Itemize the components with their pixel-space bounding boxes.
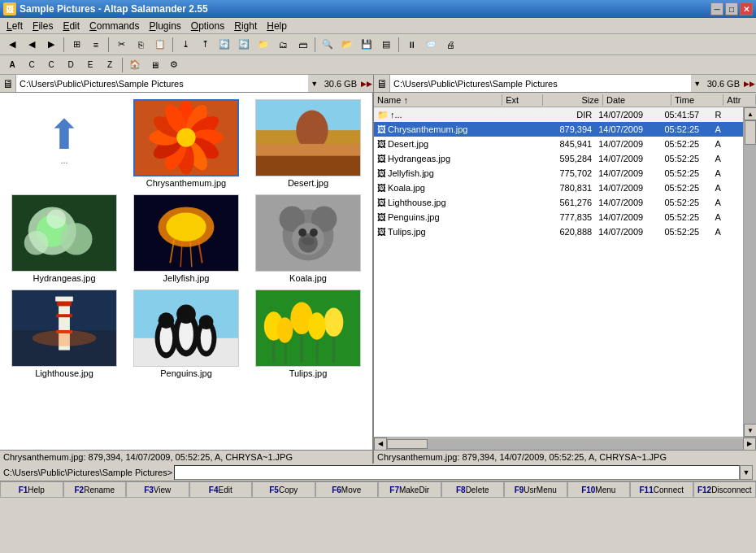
file-row-penguins[interactable]: 🖼Penguins.jpg 777,835 14/07/2009 05:52:2… [374, 210, 743, 224]
left-path-icon[interactable]: 🖥 [0, 75, 16, 92]
fn-f7[interactable]: F7MakeDir [378, 481, 441, 498]
toolbar2-btn-4[interactable]: D [62, 56, 80, 74]
h-scroll-thumb[interactable] [387, 439, 428, 449]
scroll-thumb[interactable] [745, 120, 756, 145]
left-path-dropdown[interactable]: ▼ [308, 80, 321, 88]
toolbar2-btn-3[interactable]: C [42, 56, 60, 74]
maximize-button[interactable]: □ [725, 2, 738, 15]
toolbar2-btn-7[interactable]: 🏠 [126, 56, 144, 74]
toolbar-btn-paste[interactable]: 📋 [151, 36, 169, 54]
up-directory[interactable]: ⬆ ... [7, 99, 122, 181]
file-row-tulips[interactable]: 🖼Tulips.jpg 620,888 14/07/2009 05:52:25 … [374, 224, 743, 239]
thumb-hydrangeas[interactable]: Hydrangeas.jpg [7, 194, 122, 283]
toolbar2-btn-2[interactable]: C [23, 56, 41, 74]
right-scrollbar-v[interactable]: ▲ ▼ [743, 107, 756, 437]
menu-commands[interactable]: Commands [85, 18, 144, 33]
toolbar-btn-15[interactable]: 💾 [358, 36, 376, 54]
toolbar2-btn-5[interactable]: E [81, 56, 99, 74]
col-header-attr[interactable]: Attr [723, 94, 756, 106]
thumb-tulips[interactable]: Tulips.jpg [250, 290, 366, 378]
toolbar-btn-copy[interactable]: ⎘ [132, 36, 150, 54]
fn-f10[interactable]: F10Menu [567, 481, 631, 498]
toolbar-btn-2[interactable]: ◀ [23, 36, 41, 54]
fn-f6[interactable]: F6Move [315, 481, 379, 498]
fn-f5[interactable]: F5Copy [252, 481, 315, 498]
toolbar-btn-14[interactable]: 📂 [338, 36, 356, 54]
svg-point-25 [24, 231, 49, 255]
col-header-name[interactable]: Name ↑ [374, 94, 502, 106]
col-header-time[interactable]: Time [671, 94, 723, 106]
toolbar2-btn-9[interactable]: ⚙ [165, 56, 183, 74]
file-row-updir[interactable]: 📁↑... DIR 14/07/2009 05:41:57 R [374, 107, 743, 122]
fn-f8[interactable]: F8Delete [441, 481, 505, 498]
toolbar-btn-18[interactable]: 📨 [422, 36, 440, 54]
toolbar-btn-5[interactable]: ≡ [87, 36, 105, 54]
menu-help[interactable]: Help [262, 18, 292, 33]
toolbar-btn-4[interactable]: ⊞ [67, 36, 85, 54]
toolbar-btn-9[interactable]: 🔄 [235, 36, 253, 54]
toolbar2-btn-1[interactable]: A [3, 56, 21, 74]
menu-files[interactable]: Files [28, 18, 58, 33]
thumb-lighthouse[interactable]: Lighthouse.jpg [7, 290, 122, 378]
toolbar-btn-17[interactable]: ⏸ [402, 36, 420, 54]
file-cell-attr-desert: A [712, 138, 743, 150]
minimize-button[interactable]: ─ [710, 2, 723, 15]
window-title: Sample Pictures - Altap Salamander 2.55 [20, 3, 208, 15]
fn-f9[interactable]: F9UsrMenu [504, 481, 567, 498]
fn-f4[interactable]: F4Edit [189, 481, 253, 498]
right-path-icon[interactable]: 🖥 [374, 75, 390, 92]
toolbar-btn-6[interactable]: ⤓ [176, 36, 194, 54]
toolbar-btn-13[interactable]: 🔍 [319, 36, 337, 54]
toolbar-btn-8[interactable]: 🔄 [215, 36, 233, 54]
toolbar-btn-11[interactable]: 🗂 [274, 36, 292, 54]
toolbar2-btn-6[interactable]: Z [101, 56, 119, 74]
cmd-input[interactable] [174, 465, 740, 480]
left-path-input[interactable] [16, 75, 308, 92]
menu-edit[interactable]: Edit [58, 18, 85, 33]
thumb-penguins[interactable]: Penguins.jpg [128, 290, 244, 378]
toolbar-btn-1[interactable]: ◀ [3, 36, 21, 54]
file-row-chrysanthemum[interactable]: 🖼Chrysanthemum.jpg 879,394 14/07/2009 05… [374, 122, 743, 137]
toolbar-btn-12[interactable]: 🗃 [293, 36, 311, 54]
thumb-chrysanthemum[interactable]: Chrysanthemum.jpg [128, 99, 244, 188]
fn-f11[interactable]: F11Connect [630, 481, 693, 498]
cmd-dropdown[interactable]: ▼ [740, 465, 753, 480]
thumb-koala[interactable]: Koala.jpg [250, 194, 366, 283]
file-row-lighthouse[interactable]: 🖼Lighthouse.jpg 561,276 14/07/2009 05:52… [374, 195, 743, 210]
toolbar-btn-7[interactable]: ⤒ [196, 36, 214, 54]
thumb-jellyfish[interactable]: Jellyfish.jpg [128, 194, 244, 283]
scroll-track[interactable] [744, 120, 756, 424]
file-row-jellyfish[interactable]: 🖼Jellyfish.jpg 775,702 14/07/2009 05:52:… [374, 166, 743, 181]
menu-plugins[interactable]: Plugins [144, 18, 185, 33]
toolbar-btn-19[interactable]: 🖨 [441, 36, 459, 54]
h-scroll-track[interactable] [387, 438, 743, 450]
menu-right[interactable]: Right [229, 18, 262, 33]
thumb-desert[interactable]: Desert.jpg [250, 99, 366, 188]
right-scrollbar-h[interactable]: ◀ ▶ [374, 437, 756, 450]
menu-left[interactable]: Left [2, 18, 28, 33]
fn-f1[interactable]: F1Help [0, 481, 63, 498]
fn-f3[interactable]: F3View [126, 481, 189, 498]
toolbar2-btn-8[interactable]: 🖥 [146, 56, 163, 74]
file-row-hydrangeas[interactable]: 🖼Hydrangeas.jpg 595,284 14/07/2009 05:52… [374, 151, 743, 166]
right-path-input[interactable] [390, 75, 691, 92]
menu-options[interactable]: Options [186, 18, 229, 33]
fn-f2[interactable]: F2Rename [63, 481, 127, 498]
h-scroll-left-btn[interactable]: ◀ [374, 438, 387, 451]
toolbar-btn-16[interactable]: ▤ [377, 36, 395, 54]
h-scroll-right-btn[interactable]: ▶ [743, 438, 756, 451]
scroll-up-btn[interactable]: ▲ [744, 107, 756, 120]
toolbar-btn-cut[interactable]: ✂ [112, 36, 130, 54]
toolbar-btn-10[interactable]: 📁 [254, 36, 272, 54]
toolbar-btn-3[interactable]: ▶ [42, 36, 60, 54]
col-header-ext[interactable]: Ext [502, 94, 543, 106]
close-button[interactable]: ✕ [740, 2, 753, 15]
fn-f4-label: Edit [218, 486, 232, 494]
col-header-date[interactable]: Date [603, 94, 671, 106]
file-row-koala[interactable]: 🖼Koala.jpg 780,831 14/07/2009 05:52:25 A [374, 181, 743, 195]
right-path-dropdown[interactable]: ▼ [691, 80, 704, 88]
file-row-desert[interactable]: 🖼Desert.jpg 845,941 14/07/2009 05:52:25 … [374, 137, 743, 151]
col-header-size[interactable]: Size [543, 94, 603, 106]
fn-f12[interactable]: F12Disconnect [693, 481, 757, 498]
scroll-down-btn[interactable]: ▼ [744, 424, 756, 437]
